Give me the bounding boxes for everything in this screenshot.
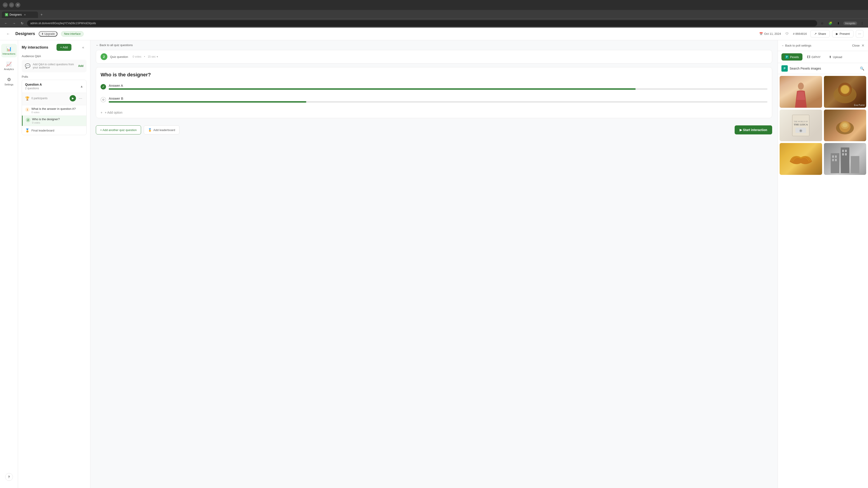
pexels-tab-pexels[interactable]: P Pexels: [781, 53, 802, 61]
answer-check-b: ○: [101, 97, 106, 102]
pexels-image-3[interactable]: THE WORLD OF THE LEICA: [780, 109, 822, 141]
giphy-icon: 🎞: [807, 55, 810, 59]
quiz-header-card: 2 Quiz question 0 votes • 15 sec ▾: [96, 50, 772, 64]
menu-btn[interactable]: ⋮: [859, 20, 865, 26]
nav-reload-btn[interactable]: ↻: [19, 20, 25, 26]
address-bar: ← → ↻ ☆ 🧩 ⬇ Incognito ⋮: [0, 19, 868, 28]
svg-rect-19: [835, 156, 837, 158]
interactions-icon: 📊: [6, 46, 12, 52]
group-count: 2 questions: [25, 87, 42, 90]
pexels-tab-giphy[interactable]: 🎞 GIPHY: [803, 53, 824, 61]
browser-toolbar: — □ ✕: [0, 0, 868, 10]
extensions-btn[interactable]: 🧩: [827, 20, 833, 26]
shield-icon: 🛡: [785, 32, 788, 35]
pexels-image-4[interactable]: [824, 109, 866, 141]
add-option-btn[interactable]: + + Add option: [96, 108, 772, 118]
qa-icon: 💬: [25, 63, 31, 69]
add-quiz-question-btn[interactable]: + Add another quiz question: [96, 125, 141, 134]
help-btn[interactable]: ?: [5, 473, 13, 481]
nav-back-btn[interactable]: ←: [3, 20, 9, 26]
audience-qa-label: Audience Q&A: [18, 53, 90, 59]
more-options-btn[interactable]: ···: [856, 30, 864, 38]
question-more-btn[interactable]: ⋯: [78, 96, 83, 101]
add-interaction-btn[interactable]: + Add: [57, 44, 71, 51]
app-container: ← Designers ⬆ Upgrade New interface 📅 Oc…: [0, 28, 868, 488]
app-back-btn[interactable]: ←: [4, 30, 12, 37]
question-text-1: What is the answer in question A?: [31, 107, 76, 110]
main-content: 📊 Interactions 📈 Analytics ⚙ Settings ? …: [0, 40, 868, 488]
pexels-image-6[interactable]: [824, 143, 866, 175]
pexels-image-2[interactable]: Eva Purrer: [824, 76, 866, 108]
svg-rect-21: [835, 159, 837, 161]
new-interface-badge[interactable]: New interface: [61, 31, 84, 37]
giphy-tab-label: GIPHY: [811, 55, 820, 59]
question-title: Who is the designer?: [96, 67, 772, 78]
qa-placeholder: 💬 Add Q&A to collect questions from your…: [22, 60, 87, 72]
add-leaderboard-btn[interactable]: 🏅 Add leaderboard: [144, 125, 180, 134]
svg-rect-20: [832, 159, 834, 161]
tab-close-btn[interactable]: ✕: [23, 13, 27, 17]
quiz-content: 2 Quiz question 0 votes • 15 sec ▾: [90, 50, 778, 488]
sidebar-item-settings[interactable]: ⚙ Settings: [1, 74, 17, 88]
question-number-2: 2: [26, 118, 30, 122]
browser-tab-designers[interactable]: S Designers ✕: [2, 11, 38, 18]
share-btn[interactable]: ↗ Share: [810, 30, 830, 37]
answer-label-b: Answer B: [109, 96, 767, 100]
question-item-controls: 🏆 0 participants ▶ ⋯: [22, 93, 86, 105]
svg-point-14: [842, 123, 848, 127]
question-row-2[interactable]: 2 Who is the designer? 0 votes: [22, 116, 86, 126]
tab-bar: S Designers ✕ +: [0, 10, 868, 19]
back-to-poll-settings-link[interactable]: ← Back to poll settings: [781, 44, 811, 47]
new-tab-btn[interactable]: +: [39, 12, 44, 18]
pexels-credit-2: Eva Purrer: [854, 104, 865, 106]
pexels-panel: ← Back to poll settings Close ✕ P Pexels…: [778, 40, 868, 488]
svg-rect-22: [842, 150, 844, 152]
close-x-icon[interactable]: ✕: [862, 43, 864, 48]
pexels-image-1[interactable]: [780, 76, 822, 108]
pexels-image-5[interactable]: [780, 143, 822, 175]
svg-point-10: [800, 130, 802, 131]
add-option-icon: +: [101, 111, 102, 114]
back-to-quiz-link[interactable]: ← Back to all quiz questions: [96, 43, 133, 47]
sidebar-item-interactions[interactable]: 📊 Interactions: [1, 44, 17, 57]
question-text-2: Who is the designer?: [32, 118, 60, 121]
quiz-nav: ← Back to all quiz questions: [90, 40, 778, 50]
window-close[interactable]: ✕: [16, 2, 20, 7]
sidebar-item-analytics[interactable]: 📈 Analytics: [1, 59, 17, 73]
download-btn[interactable]: ⬇: [835, 20, 842, 26]
sidebar-bottom: ?: [5, 469, 13, 484]
close-panel-btn[interactable]: Close ✕: [852, 43, 864, 48]
question-number-1: 1: [25, 107, 30, 112]
answer-bar-fill-a: [109, 88, 636, 90]
window-minimize[interactable]: —: [3, 2, 8, 7]
time-label: 15 sec: [148, 55, 156, 58]
incognito-badge: Incognito: [843, 22, 857, 25]
header-shield: 🛡: [785, 32, 788, 35]
panel-header: My interactions + Add «: [18, 40, 90, 53]
url-input[interactable]: [27, 20, 817, 26]
add-option-label: + Add option: [104, 111, 122, 114]
question-group-header[interactable]: Question A 2 questions ▲: [22, 80, 86, 93]
quiz-main: ← Back to all quiz questions 2 Quiz ques…: [90, 40, 778, 488]
start-interaction-btn[interactable]: ▶ Start interaction: [735, 125, 772, 134]
leaderboard-row[interactable]: 🏅 Final leaderboard: [22, 126, 86, 135]
svg-rect-25: [845, 153, 847, 156]
present-btn[interactable]: ▶ Present: [832, 30, 854, 37]
bookmark-btn[interactable]: ☆: [819, 20, 825, 26]
pexels-image-grid: Eva Purrer THE WORLD OF THE LEICA: [778, 74, 868, 488]
interactions-panel: My interactions + Add « Audience Q&A 💬 A…: [18, 40, 90, 488]
pexels-search-icon[interactable]: 🔍: [860, 66, 864, 71]
header-hash: # 8664816: [793, 32, 807, 35]
window-maximize[interactable]: □: [9, 2, 14, 7]
upgrade-btn[interactable]: ⬆ Upgrade: [39, 31, 57, 37]
question-row-1[interactable]: 1 What is the answer in question A? 0 vo…: [22, 105, 86, 116]
collapse-btn[interactable]: «: [80, 44, 87, 51]
answers-area: ✓ Answer A ○ Ans: [96, 78, 772, 108]
play-btn[interactable]: ▶: [70, 95, 76, 101]
qa-add-btn[interactable]: Add: [78, 64, 84, 68]
pexels-logo: P: [781, 65, 788, 72]
time-selector[interactable]: 15 sec ▾: [148, 55, 158, 58]
pexels-tab-upload[interactable]: ⬆ Upload: [825, 53, 846, 61]
nav-forward-btn[interactable]: →: [11, 20, 17, 26]
close-label: Close: [852, 44, 860, 47]
